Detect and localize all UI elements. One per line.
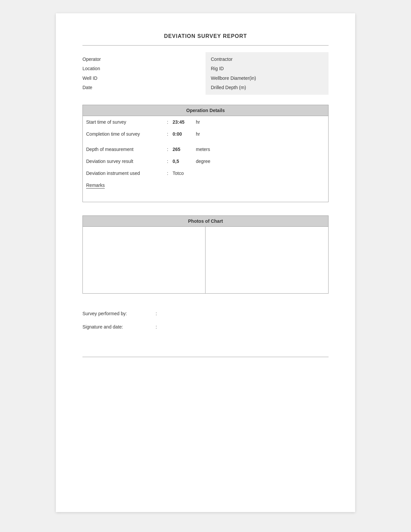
- completion-time-colon: :: [163, 131, 173, 137]
- remarks-row: Remarks: [83, 179, 328, 192]
- depth-measurement-row: Depth of measurement : 265 meters: [83, 143, 328, 155]
- completion-time-label: Completion time of survey: [83, 131, 163, 137]
- completion-time-unit: hr: [196, 131, 200, 137]
- operation-details-header: Operation Details: [82, 105, 329, 116]
- operator-label: Operator: [82, 56, 206, 63]
- photos-section: Photos of Chart: [82, 215, 329, 294]
- spacer2: [83, 192, 328, 202]
- well-id-label: Well ID: [82, 74, 206, 82]
- start-time-colon: :: [163, 119, 173, 125]
- signature-section: Survey performed by: : Signature and dat…: [82, 307, 329, 347]
- info-grid: Operator Location Well ID Date Contracto…: [82, 52, 329, 95]
- wellbore-diameter-label: Wellbore Diameter(in): [211, 74, 323, 82]
- survey-performed-label: Survey performed by:: [82, 311, 156, 316]
- contractor-label: Contractor: [211, 56, 323, 63]
- survey-performed-row: Survey performed by: :: [82, 307, 329, 320]
- photo-cell-left: [83, 227, 206, 293]
- top-divider: [82, 45, 329, 46]
- photo-cell-right: [206, 227, 328, 293]
- date-label: Date: [82, 84, 206, 91]
- operation-details-section: Operation Details Start time of survey :…: [82, 105, 329, 202]
- deviation-survey-colon: :: [163, 159, 173, 164]
- depth-measurement-unit: meters: [196, 147, 210, 152]
- depth-measurement-value: 265: [173, 147, 193, 152]
- drilled-depth-label: Drilled Depth (m): [211, 84, 323, 91]
- deviation-survey-value: 0,5: [173, 159, 193, 164]
- photos-header: Photos of Chart: [82, 215, 329, 227]
- start-time-value: 23:45: [173, 119, 193, 125]
- deviation-survey-row: Deviation survey result : 0,5 degree: [83, 155, 328, 167]
- depth-measurement-label: Depth of measurement: [83, 147, 163, 152]
- deviation-instrument-row: Deviation instrument used : Totco: [83, 167, 328, 179]
- photos-grid: [82, 227, 329, 294]
- depth-measurement-colon: :: [163, 147, 173, 152]
- deviation-instrument-label: Deviation instrument used: [83, 171, 163, 176]
- location-label: Location: [82, 65, 206, 72]
- signature-date-row: Signature and date: :: [82, 320, 329, 333]
- deviation-survey-unit: degree: [196, 159, 210, 164]
- page: DEVIATION SURVEY REPORT Operator Locatio…: [56, 13, 355, 512]
- completion-time-value: 0:00: [173, 131, 193, 137]
- survey-performed-colon: :: [156, 311, 157, 316]
- rig-id-label: Rig ID: [211, 65, 323, 72]
- bottom-divider: [82, 357, 329, 357]
- spacer1: [83, 140, 328, 143]
- deviation-survey-label: Deviation survey result: [83, 159, 163, 164]
- page-title: DEVIATION SURVEY REPORT: [82, 33, 329, 39]
- remarks-label: Remarks: [86, 183, 105, 189]
- info-right: Contractor Rig ID Wellbore Diameter(in) …: [206, 52, 329, 95]
- completion-time-row: Completion time of survey : 0:00 hr: [83, 128, 328, 140]
- deviation-instrument-colon: :: [163, 171, 173, 176]
- start-time-row: Start time of survey : 23:45 hr: [83, 116, 328, 128]
- deviation-instrument-value: Totco: [173, 171, 193, 176]
- operation-details-body: Start time of survey : 23:45 hr Completi…: [82, 116, 329, 202]
- signature-date-colon: :: [156, 324, 157, 330]
- info-left: Operator Location Well ID Date: [82, 52, 206, 95]
- start-time-unit: hr: [196, 119, 200, 125]
- start-time-label: Start time of survey: [83, 119, 163, 125]
- signature-date-label: Signature and date:: [82, 324, 156, 330]
